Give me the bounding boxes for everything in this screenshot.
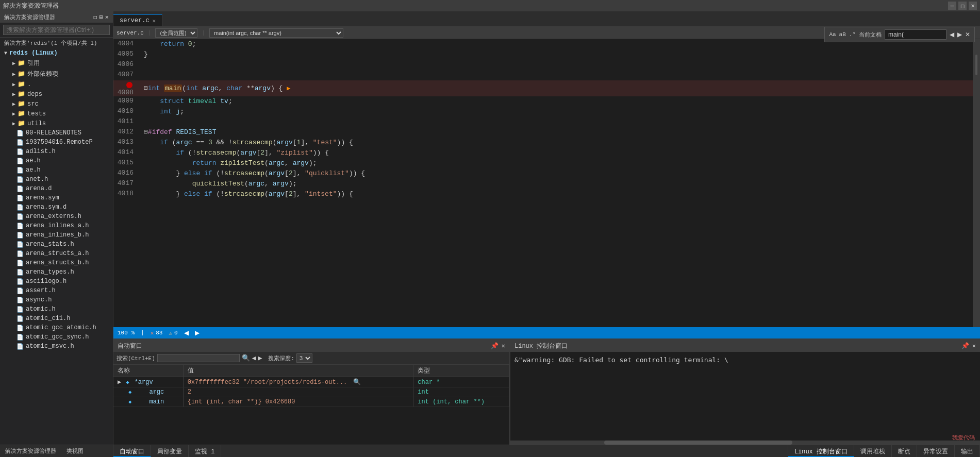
terminal-close-icon[interactable]: ✕ <box>972 342 976 350</box>
bottom-tab-output[interactable]: 输出 <box>955 445 980 457</box>
sidebar-item-deps[interactable]: ▶ 📁 deps <box>0 89 113 99</box>
nav-prev-icon[interactable]: ◀ <box>252 354 256 362</box>
file-name: atomic_gcc_atomic.h <box>26 324 96 331</box>
solution-label: 解决方案'redis'(1 个项目/共 1) <box>0 38 113 48</box>
sidebar-item-file[interactable]: 📄arena_inlines_b.h <box>0 230 113 240</box>
sidebar-item-file[interactable]: 📄1937594016.RemoteP <box>0 138 113 147</box>
terminal-scrollbar[interactable] <box>510 441 980 445</box>
bottom-tab-locals[interactable]: 局部变量 <box>151 445 189 457</box>
find-next-button[interactable]: ▶ <box>957 31 962 38</box>
sidebar-search-input[interactable] <box>3 25 110 35</box>
sidebar-item-file[interactable]: 📄atomic_msvc.h <box>0 342 113 351</box>
auto-search-input[interactable] <box>157 354 240 362</box>
sidebar-item-file[interactable]: 📄atomic_gcc_atomic.h <box>0 323 113 332</box>
var-name-cell: ▶ ◆ *argv <box>113 377 183 387</box>
sidebar-item-file[interactable]: 📄arena.sym.d <box>0 202 113 212</box>
tab-close-icon[interactable]: ✕ <box>153 18 156 24</box>
sidebar-item-file[interactable]: 📄assert.h <box>0 286 113 295</box>
sidebar-item-file[interactable]: 📄arena.sym <box>0 193 113 202</box>
editor-tab-serverc[interactable]: server.c ✕ <box>113 14 162 26</box>
bottom-tab-exception[interactable]: 异常设置 <box>917 445 955 457</box>
auto-window-close-icon[interactable]: ✕ <box>502 342 505 350</box>
sidebar-item-file[interactable]: 📄ae.h <box>0 165 113 175</box>
sidebar-item-file[interactable]: 📄arena_inlines_a.h <box>0 221 113 230</box>
sidebar-item-reference[interactable]: ▶ 📁 引用 <box>0 58 113 69</box>
auto-window-pin-icon[interactable]: 📌 <box>491 342 499 350</box>
variables-table: 名称 值 类型 ▶ ◆ *argv 0x7fffffffec32 "/root/… <box>113 365 509 407</box>
nav-next-icon[interactable]: ▶ <box>258 354 262 362</box>
view-icon[interactable]: 🔍 <box>353 379 361 386</box>
var-value: {int (int, char **)} 0x426680 <box>188 398 295 405</box>
sidebar-item-file[interactable]: 📄atomic_c11.h <box>0 314 113 323</box>
sidebar-item-file[interactable]: 📄asciilogo.h <box>0 277 113 286</box>
bottom-tab-call-stack[interactable]: 调用堆栈 <box>854 445 892 457</box>
expand-icon[interactable]: ▶ <box>118 379 121 386</box>
sidebar-item-file[interactable]: 📄atomic.h <box>0 304 113 314</box>
sidebar-item-dot[interactable]: ▶ 📁 . <box>0 79 113 89</box>
sidebar-item-file[interactable]: 📄arena_structs_b.h <box>0 258 113 267</box>
table-row: ◆ main {int (int, char **)} 0x426680 int… <box>113 397 509 407</box>
find-prev-button[interactable]: ◀ <box>950 31 954 38</box>
sidebar-item-file[interactable]: 📄arena_stats.h <box>0 240 113 249</box>
project-chevron-icon: ▼ <box>4 50 7 56</box>
sidebar-icon-1[interactable]: ◻ <box>93 13 97 21</box>
terminal-title-right: 📌 ✕ <box>961 342 976 350</box>
sidebar-item-file[interactable]: 📄anet.h <box>0 175 113 184</box>
line-content <box>142 70 973 80</box>
search-icon[interactable]: 🔍 <box>242 354 250 362</box>
sidebar-item-file[interactable]: 📄atomic_gcc_sync.h <box>0 332 113 342</box>
bottom-tab-linux-console[interactable]: Linux 控制台窗口 <box>788 445 854 457</box>
find-input[interactable] <box>885 29 946 40</box>
file-icon: 📄 <box>16 334 24 341</box>
bottom-tab-breakpoints[interactable]: 断点 <box>892 445 917 457</box>
status-prev-button[interactable]: ◀ <box>184 329 189 336</box>
sidebar-item-file[interactable]: 📄arena.d <box>0 184 113 193</box>
file-name: adlist.h <box>26 148 56 155</box>
bottom-tab-auto[interactable]: 自动窗口 <box>113 445 151 457</box>
sidebar-item-external-deps[interactable]: ▶ 📁 外部依赖项 <box>0 69 113 79</box>
code-container[interactable]: 4004 return 0; 4005 } 4006 <box>113 39 973 327</box>
sidebar-item-file[interactable]: 📄arena_externs.h <box>0 212 113 221</box>
editor-tabs: server.c ✕ <box>113 11 980 27</box>
sidebar-item-src[interactable]: ▶ 📁 src <box>0 99 113 109</box>
file-name: 00-RELEASENOTES <box>26 129 81 137</box>
scope-select[interactable]: (全局范围) <box>155 28 197 38</box>
file-name: arena_structs_b.h <box>26 259 89 266</box>
project-name: redis (Linux) <box>9 49 58 57</box>
sidebar-close-icon[interactable]: ✕ <box>105 13 109 21</box>
sidebar-item-file[interactable]: 📄arena_types.h <box>0 267 113 277</box>
table-row: 4012 ⊟#ifdef REDIS_TEST <box>113 127 973 138</box>
terminal-pin-icon[interactable]: 📌 <box>961 342 969 350</box>
sidebar-item-file[interactable]: 📄00-RELEASENOTES <box>0 128 113 138</box>
sidebar-tab-class[interactable]: 类视图 <box>61 445 89 457</box>
status-bar: 100 % | ✕ 83 ⚠ 0 ◀ ▶ <box>113 327 980 338</box>
status-next-button[interactable]: ▶ <box>195 329 200 336</box>
find-options: .* <box>849 31 856 38</box>
file-name: arena.sym.d <box>26 204 67 211</box>
sidebar-item-file[interactable]: 📄arena_structs_a.h <box>0 249 113 258</box>
pin-button[interactable]: ◻ <box>958 2 967 10</box>
sidebar-item-redis-project[interactable]: ▼ redis (Linux) <box>0 48 113 58</box>
line-number: 4004 <box>113 39 142 49</box>
sidebar-icon-2[interactable]: ⊞ <box>99 13 103 21</box>
search-depth-select[interactable]: 3 <box>296 353 312 363</box>
sidebar-tab-solution[interactable]: 解决方案资源管理器 <box>0 445 61 457</box>
sidebar-item-tests[interactable]: ▶ 📁 tests <box>0 109 113 119</box>
sidebar-item-utils[interactable]: ▶ 📁 utils <box>0 119 113 128</box>
bottom-panel: 自动窗口 📌 ✕ 搜索(Ctrl+E) 🔍 ◀ ▶ 搜索深度: <box>113 338 980 457</box>
sidebar-item-file[interactable]: 📄async.h <box>0 295 113 304</box>
title-bar: 解决方案资源管理器 ─ ◻ ✕ <box>0 0 980 11</box>
sidebar-item-file[interactable]: 📄adlist.h <box>0 147 113 156</box>
find-close-button[interactable]: ✕ <box>965 31 970 38</box>
close-button[interactable]: ✕ <box>969 2 977 10</box>
function-select[interactable]: main(int argc, char ** argv) <box>209 28 343 38</box>
sidebar-item-file[interactable]: 📄ae.h <box>0 156 113 165</box>
col-value: 值 <box>183 365 413 377</box>
sidebar-item-label: . <box>27 81 31 88</box>
line-number: 4005 <box>113 49 142 60</box>
terminal-content[interactable]: &"warning: GDB: Failed to set controllin… <box>510 352 980 441</box>
minimize-button[interactable]: ─ <box>948 2 956 10</box>
bottom-tab-watch[interactable]: 监视 1 <box>189 445 221 457</box>
right-scrollbar[interactable] <box>973 39 980 327</box>
terminal-title-bar: Linux 控制台窗口 📌 ✕ <box>510 340 980 352</box>
